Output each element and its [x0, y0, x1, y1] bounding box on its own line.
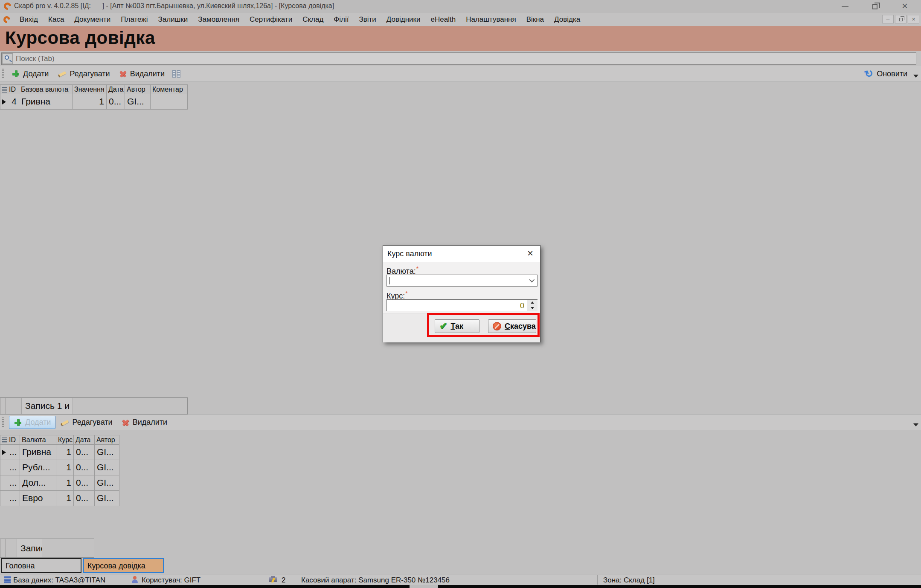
mdi-close-button[interactable]: × [908, 15, 919, 23]
menu-item-windows[interactable]: Вікна [521, 13, 549, 26]
edit-rate-button[interactable]: Редагувати [55, 416, 116, 429]
cell-comment[interactable] [151, 94, 188, 110]
delete-rate-button[interactable]: Видалити [117, 416, 171, 429]
menu-item-branches[interactable]: Філії [328, 13, 354, 26]
column-header-author[interactable]: Автор [95, 435, 119, 445]
column-header-base-currency[interactable]: Базова валюта [19, 84, 73, 94]
menu-item-certificates[interactable]: Сертифікати [244, 13, 297, 26]
mdi-restore-button[interactable] [895, 15, 906, 23]
column-header-comment[interactable]: Коментар [151, 84, 188, 94]
cell-date[interactable]: 0... [74, 491, 95, 506]
column-chooser-icon[interactable] [172, 70, 182, 78]
table-row[interactable]: ... Рубл... 1 0... GI... [0, 460, 119, 475]
tab-home[interactable]: Головна [1, 558, 81, 573]
column-header-date[interactable]: Дата [107, 84, 125, 94]
search-input[interactable]: Поиск (Tab) [1, 52, 916, 65]
delete-button[interactable]: Видалити [114, 67, 169, 81]
cell-currency[interactable]: Евро [20, 491, 56, 506]
refresh-button-label: Оновити [877, 70, 907, 78]
cell-value[interactable]: 1 [73, 94, 107, 110]
menu-item-help[interactable]: Довідка [549, 13, 585, 26]
toolbar-rates: Додати Редагувати Видалити [0, 414, 921, 430]
menu-item-settings[interactable]: Налаштування [461, 13, 521, 26]
row-selector-header[interactable] [0, 435, 7, 445]
column-header-author[interactable]: Автор [125, 84, 151, 94]
add-button[interactable]: Додати [7, 67, 53, 81]
cell-rate[interactable]: 1 [56, 491, 74, 506]
cell-currency[interactable]: Рубл... [20, 460, 56, 475]
column-header-id[interactable]: ID [7, 84, 19, 94]
record-navigator-rates: Запись [0, 539, 94, 558]
menu-item-documents[interactable]: Документи [69, 13, 116, 26]
chevron-down-icon[interactable] [529, 277, 535, 283]
column-header-currency[interactable]: Валюта [20, 435, 56, 445]
status-cash-register: Касовий апарат: Samsung ER-350 №123456 [301, 576, 450, 585]
minimize-icon [842, 6, 848, 7]
toolbar-overflow-arrow[interactable] [913, 423, 918, 426]
refresh-button[interactable]: ↻ Оновити [865, 70, 913, 78]
cell-date[interactable]: 0... [74, 460, 95, 475]
cell-date[interactable]: 0... [74, 445, 95, 460]
tab-exchange-reference[interactable]: Курсова довідка [83, 558, 164, 573]
column-header-date[interactable]: Дата [74, 435, 95, 445]
app-window: Скарб pro v. 4.0.2.85 [ІД: ] - [Апт №003… [0, 0, 921, 588]
dialog-titlebar[interactable]: Курс валюти × [383, 246, 540, 262]
cell-id[interactable]: ... [7, 445, 20, 460]
cell-id[interactable]: ... [7, 475, 20, 491]
currency-label-text: Валюта: [386, 267, 416, 275]
cell-id[interactable]: ... [7, 491, 20, 506]
menu-item-orders[interactable]: Замовлення [193, 13, 244, 26]
add-rate-button[interactable]: Додати [9, 416, 55, 429]
spin-down-button[interactable] [527, 305, 537, 311]
toolbar-grip[interactable] [2, 69, 4, 79]
cell-author[interactable]: GI... [95, 460, 119, 475]
table-row[interactable]: ... Дол... 1 0... GI... [0, 475, 119, 491]
table-row[interactable]: ... Гривна 1 0... GI... [0, 445, 119, 460]
column-header-value[interactable]: Значення [73, 84, 107, 94]
table-row[interactable]: 4 Гривна 1 0... GI... [0, 94, 188, 110]
refresh-icon: ↻ [863, 68, 875, 79]
rate-value: 0 [520, 301, 524, 310]
toolbar-overflow-arrow[interactable] [913, 75, 918, 78]
cell-date[interactable]: 0... [74, 475, 95, 491]
cell-id[interactable]: ... [7, 460, 20, 475]
edit-button[interactable]: Редагувати [53, 67, 114, 81]
menu-item-payments[interactable]: Платежі [116, 13, 153, 26]
cell-author[interactable]: GI... [95, 491, 119, 506]
window-close-button[interactable]: × [892, 0, 917, 13]
status-zone: Зона: Склад [1] [603, 576, 655, 585]
spin-up-button[interactable] [527, 300, 537, 305]
cell-rate[interactable]: 1 [56, 475, 74, 491]
menu-item-ehealth[interactable]: eHealth [426, 13, 461, 26]
menu-item-warehouse[interactable]: Склад [297, 13, 328, 26]
menu-item-exit[interactable]: Вихід [15, 13, 43, 26]
cell-currency[interactable]: Гривна [20, 445, 56, 460]
cell-author[interactable]: GI... [125, 94, 151, 110]
menu-item-cash[interactable]: Каса [43, 13, 69, 26]
cell-author[interactable]: GI... [95, 445, 119, 460]
cell-rate[interactable]: 1 [56, 445, 74, 460]
required-marker: * [405, 290, 407, 297]
dialog-close-button[interactable]: × [524, 247, 537, 260]
menu-item-directories[interactable]: Довідники [381, 13, 426, 26]
table-row[interactable]: ... Евро 1 0... GI... [0, 491, 119, 506]
menu-item-stock[interactable]: Залишки [153, 13, 193, 26]
rate-spin-input[interactable]: 0 [386, 299, 537, 311]
window-restore-button[interactable] [863, 0, 887, 13]
currency-combobox[interactable] [386, 275, 537, 287]
cell-id[interactable]: 4 [7, 94, 19, 110]
cell-date[interactable]: 0... [107, 94, 125, 110]
cell-currency[interactable]: Дол... [20, 475, 56, 491]
search-row: Поиск (Tab) [0, 51, 921, 66]
mdi-minimize-button[interactable]: – [882, 15, 894, 23]
column-header-id[interactable]: ID [7, 435, 20, 445]
window-minimize-button[interactable] [833, 0, 857, 13]
row-selector-header[interactable] [0, 84, 7, 94]
toolbar-grip[interactable] [2, 417, 4, 428]
cell-author[interactable]: GI... [95, 475, 119, 491]
menu-item-reports[interactable]: Звіти [354, 13, 381, 26]
column-header-rate[interactable]: Курс [56, 435, 74, 445]
grid-menu-icon [2, 437, 7, 443]
cell-rate[interactable]: 1 [56, 460, 74, 475]
cell-base-currency[interactable]: Гривна [19, 94, 73, 110]
